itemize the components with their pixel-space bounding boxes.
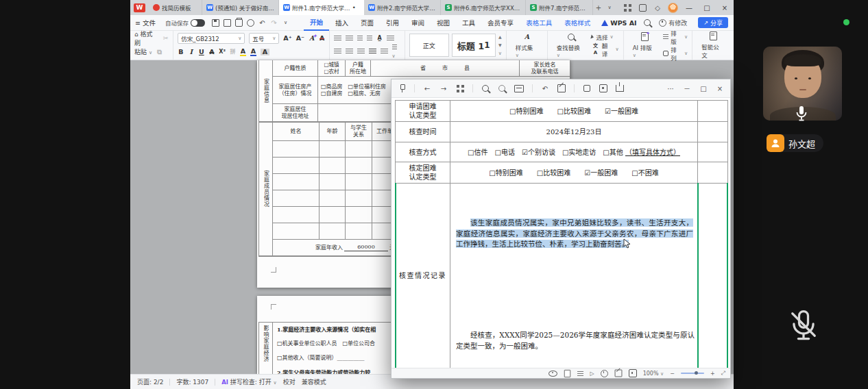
thumbnails-icon[interactable]: [456, 83, 464, 94]
tab-docer-template[interactable]: 找简历模板: [149, 0, 202, 15]
grow-font-button[interactable]: A⁺: [283, 35, 291, 42]
new-tab-button[interactable]: +: [593, 2, 604, 13]
bold-button[interactable]: B: [178, 49, 184, 55]
verification-table[interactable]: 申请困难 认定类型 □特别困难 □比较困难 ☑一般困难 核查时间 2024年12…: [395, 100, 728, 371]
workspace-icon[interactable]: [635, 2, 650, 13]
smart-document-button[interactable]: 智能公文: [697, 32, 730, 59]
integration-icon[interactable]: [620, 2, 635, 13]
fw-minimize-button[interactable]: —: [683, 83, 691, 94]
wps-ai-menu[interactable]: WPS AI: [596, 19, 641, 27]
autosave-toggle-off[interactable]: [191, 19, 205, 27]
indent-increase-icon[interactable]: [367, 36, 372, 42]
rotate-icon[interactable]: ↶: [541, 83, 549, 94]
find-replace-button[interactable]: 查找替换 ∨: [552, 32, 590, 58]
fit-width-icon[interactable]: [514, 83, 524, 94]
zoom-slider[interactable]: [681, 373, 704, 374]
wps-logo[interactable]: W: [134, 3, 145, 12]
more-icon[interactable]: ···: [666, 83, 675, 94]
tab-reference[interactable]: 引用: [380, 15, 405, 31]
cut-icon[interactable]: ✂: [162, 35, 169, 42]
close-button[interactable]: ×: [716, 0, 734, 15]
account-avatar[interactable]: [665, 2, 680, 13]
style-body-button[interactable]: 正文: [409, 34, 449, 57]
share-button[interactable]: ↗ 分享: [698, 17, 728, 28]
translate-button[interactable]: 文A翻译 ∨: [591, 41, 618, 58]
strikethrough-button[interactable]: A: [208, 49, 215, 55]
indent-decrease-icon[interactable]: [357, 36, 363, 42]
annotate-icon[interactable]: [614, 370, 622, 377]
fw-restore-button[interactable]: □: [699, 83, 708, 94]
apps-cube-icon[interactable]: ◇: [650, 2, 665, 13]
char-shading-button[interactable]: A: [261, 49, 269, 55]
align-left-icon[interactable]: [334, 49, 341, 55]
tab-home[interactable]: 开始: [304, 15, 329, 31]
tab-notice-doc[interactable]: W (预通知) 关于做好南宁师…: [202, 0, 279, 15]
text-effects-button[interactable]: A✦: [309, 35, 315, 42]
italic-button[interactable]: I: [188, 49, 194, 55]
fw-close-button[interactable]: ×: [716, 83, 724, 94]
arrange-button[interactable]: 排列 ∨: [663, 45, 688, 62]
minimize-button[interactable]: —: [680, 0, 698, 15]
expand-icon[interactable]: ⤢: [721, 370, 725, 377]
forward-icon[interactable]: →: [439, 83, 448, 94]
autosave-control[interactable]: 自动保存: [160, 18, 210, 27]
check-record-body[interactable]: 该生家庭成员情况属实，家中兄弟姐妹比较多，读书、生活开支大，家庭经济信息属实，家…: [450, 184, 698, 371]
tab-review[interactable]: 审阅: [405, 15, 431, 31]
word-count[interactable]: 字数: 1307: [176, 377, 208, 386]
save-icon[interactable]: [210, 18, 221, 28]
edit-icon[interactable]: [557, 83, 566, 94]
bullets-icon[interactable]: [334, 36, 341, 42]
clear-format-button[interactable]: A: [319, 35, 325, 42]
select-button[interactable]: 选择 ∨: [591, 33, 618, 41]
zoom-in-button[interactable]: +: [710, 371, 715, 377]
distribute-icon[interactable]: [381, 49, 388, 55]
line-spacing-button[interactable]: ∨: [392, 45, 400, 59]
align-center-icon[interactable]: [346, 49, 353, 55]
outline-view-icon[interactable]: [577, 371, 583, 376]
spellcheck-control[interactable]: AI 拼写检查: 打开 ∨: [221, 377, 277, 386]
export-pdf-icon[interactable]: [221, 18, 233, 28]
zoom-out-icon[interactable]: [498, 83, 506, 94]
align-right-icon[interactable]: [357, 49, 365, 55]
zoom-level[interactable]: 100% ∨: [643, 371, 664, 377]
zoom-in-icon[interactable]: [481, 83, 490, 94]
tab-page[interactable]: 页面: [354, 15, 380, 31]
search-icon[interactable]: [642, 18, 653, 28]
tab-attachment2[interactable]: W 附件2.南宁师范大学XX…: [364, 0, 441, 15]
layout-button[interactable]: 排版 ∨: [663, 29, 688, 45]
highlight-color-button[interactable]: A: [240, 48, 246, 56]
theme-icon[interactable]: [601, 370, 608, 377]
muted-mic-icon[interactable]: [786, 307, 821, 345]
superscript-button[interactable]: X²: [219, 49, 226, 55]
tab-list-chevron[interactable]: ∨: [604, 2, 615, 13]
tab-view[interactable]: 视图: [431, 15, 456, 31]
page-indicator[interactable]: 页面: 2/2: [137, 377, 163, 386]
pinyin-guide-button[interactable]: 拼: [230, 49, 236, 55]
tab-insert[interactable]: 插入: [329, 15, 354, 31]
shrink-font-button[interactable]: A⁻: [296, 35, 304, 42]
file-menu[interactable]: ≡ 文件: [130, 18, 160, 27]
tab-attachment6[interactable]: S 附件6.南宁师范大学XX学…: [441, 0, 526, 15]
underline-button[interactable]: U: [198, 49, 204, 55]
save-as-icon[interactable]: [616, 83, 624, 94]
autoplay-icon[interactable]: ▷: [590, 371, 594, 377]
page-view-icon[interactable]: [564, 369, 570, 377]
pin-icon[interactable]: [398, 83, 406, 94]
char-scale-icon[interactable]: A̲: [376, 35, 383, 42]
proofread-button[interactable]: 校对: [283, 377, 296, 386]
zoom-out-button[interactable]: −: [670, 371, 675, 377]
format-painter-button[interactable]: ⌂ 格式刷: [134, 29, 158, 47]
font-name-select[interactable]: 仿宋_GB2312∨: [178, 33, 245, 44]
extract-icon[interactable]: [583, 83, 591, 94]
fullscreen-target-icon[interactable]: [599, 83, 607, 94]
paste-button[interactable]: 粘贴 ∨: [134, 47, 152, 56]
read-mode-eye-icon[interactable]: [548, 371, 557, 377]
tab-tools[interactable]: 工具: [456, 15, 481, 31]
font-color-button[interactable]: A: [250, 48, 256, 56]
copy-icon[interactable]: ⧉: [156, 49, 162, 55]
style-set-button[interactable]: A 样式集 ∨: [511, 32, 543, 58]
quickbar-chevron[interactable]: ∨: [280, 18, 291, 28]
tab-attachment7[interactable]: S 附件7.南宁师范大学XX学…: [526, 0, 593, 15]
print-icon[interactable]: [233, 18, 245, 28]
tab-table-tools[interactable]: 表格工具: [520, 15, 558, 31]
